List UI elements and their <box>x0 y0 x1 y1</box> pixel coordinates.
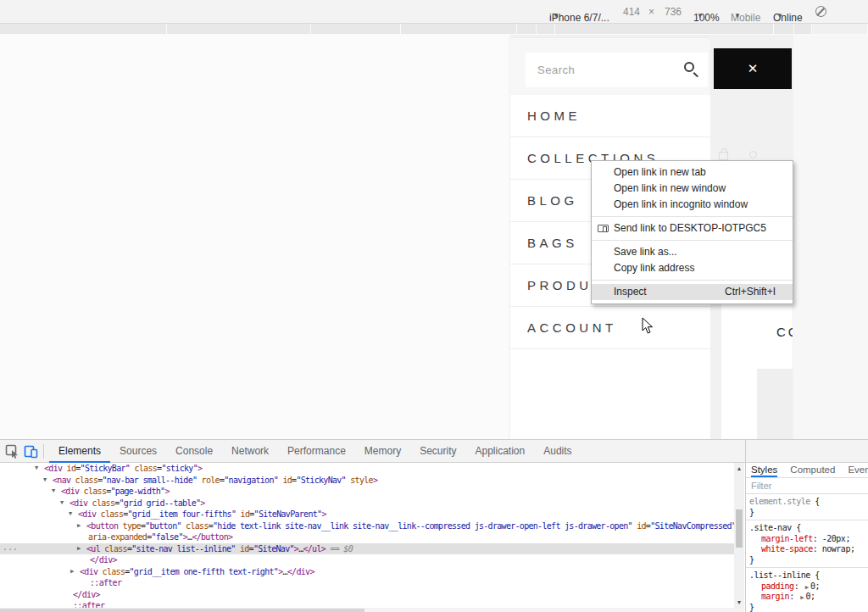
expanded-arrow-icon[interactable]: ▼ <box>35 463 38 475</box>
elements-vertical-scrollbar[interactable]: ▲ ▼ <box>734 463 744 608</box>
scroll-down-icon[interactable]: ▼ <box>734 599 744 605</box>
property-name: white-space <box>761 544 813 554</box>
scroll-up-icon[interactable]: ▲ <box>734 465 744 471</box>
dom-node[interactable]: ▼<div class="grid__item four-fifths" id=… <box>0 509 744 520</box>
nav-link-partial[interactable]: CO <box>776 325 793 339</box>
expanded-arrow-icon[interactable]: ▼ <box>69 509 72 520</box>
scrollbar-thumb[interactable] <box>0 609 364 612</box>
media-query-segment[interactable] <box>167 24 310 34</box>
tab-performance[interactable]: Performance <box>278 440 355 463</box>
dom-node[interactable]: </div> <box>0 554 744 566</box>
code-token: id <box>241 509 250 519</box>
chevron-down-icon: ▼ <box>697 12 704 19</box>
tab-network[interactable]: Network <box>222 440 278 463</box>
menu-item-inspect[interactable]: InspectCtrl+Shift+I <box>592 284 793 300</box>
viewport-width-field[interactable]: 414 <box>623 6 640 18</box>
tab-audits[interactable]: Audits <box>534 440 581 463</box>
no-throttling-icon[interactable] <box>815 6 826 17</box>
dom-node[interactable]: ::after <box>0 577 744 589</box>
media-query-segment[interactable] <box>774 24 793 34</box>
css-rules: element.style {}.site-nav {margin-left: … <box>746 494 868 612</box>
page-behind-block <box>757 369 793 439</box>
collapsed-arrow-icon[interactable]: ▶ <box>77 520 81 532</box>
styles-filter-input[interactable]: Filter <box>746 478 868 494</box>
code-token: "page-width" <box>111 487 165 496</box>
media-query-segment[interactable] <box>794 24 811 34</box>
code-token: <div <box>70 498 92 508</box>
expanded-arrow-icon[interactable]: ▼ <box>60 498 64 509</box>
device-toolbar-icon[interactable] <box>24 444 38 459</box>
nav-item-home[interactable]: HOME <box>510 95 710 137</box>
code-token: <div <box>78 509 101 519</box>
search-input[interactable]: Search <box>526 53 708 87</box>
media-query-segment[interactable] <box>311 24 400 34</box>
code-token: class <box>134 464 157 473</box>
code-token: class <box>101 509 124 519</box>
menu-separator <box>592 280 793 281</box>
tab-sources[interactable]: Sources <box>110 440 166 463</box>
dom-node[interactable]: ▶<button type="button" class="hide text-… <box>0 520 744 532</box>
dom-node[interactable]: ▼<div id="StickyBar" class="sticky"> <box>0 463 744 475</box>
menu-item-open-link-in-new-tab[interactable]: Open link in new tab <box>592 164 793 181</box>
collapsed-arrow-icon[interactable]: ▶ <box>77 543 81 555</box>
menu-item-open-link-in-incognito-window[interactable]: Open link in incognito window <box>592 197 793 213</box>
sidebar-tab-event-listeners[interactable]: Event Listeners <box>848 463 868 477</box>
sidebar-tab-styles[interactable]: Styles <box>751 463 777 477</box>
media-query-segment[interactable] <box>0 24 166 34</box>
css-rule[interactable]: .list--inline {padding: ▶0;margin: ▶0;} <box>746 568 868 612</box>
expand-property-icon[interactable]: ▶ <box>805 584 809 591</box>
collapsed-arrow-icon[interactable]: ▶ <box>70 566 74 578</box>
css-property[interactable]: padding: ▶0; <box>749 581 865 593</box>
devtools-toolbar: ElementsSourcesConsoleNetworkPerformance… <box>0 440 868 463</box>
tab-elements[interactable]: Elements <box>49 440 110 463</box>
styles-sidebar: StylesComputedEvent Listeners Filter ele… <box>745 440 868 612</box>
code-token: "StickyBar" <box>81 464 131 473</box>
sidebar-tab-computed[interactable]: Computed <box>790 463 835 477</box>
media-query-segment[interactable] <box>555 24 773 34</box>
chevron-down-icon: ▼ <box>734 12 741 19</box>
tab-application[interactable]: Application <box>466 440 535 463</box>
menu-item-open-link-in-new-window[interactable]: Open link in new window <box>592 181 793 197</box>
dom-node[interactable]: </div> <box>0 589 744 601</box>
dom-node-selected[interactable]: ...▶<ul class="site-nav list--inline" id… <box>0 543 744 555</box>
more-actions-icon[interactable]: ... <box>3 542 18 554</box>
code-token: ::after <box>90 578 121 587</box>
code-token: <nav <box>53 476 75 485</box>
tab-security[interactable]: Security <box>410 440 465 463</box>
tab-memory[interactable]: Memory <box>355 440 410 463</box>
menu-item-copy-link-address[interactable]: Copy link address <box>592 260 793 276</box>
code-token: class <box>75 476 98 485</box>
viewport-height-field[interactable]: 736 <box>665 6 682 18</box>
media-query-segment[interactable] <box>537 24 554 34</box>
css-property[interactable]: margin-left: -20px; <box>749 534 865 545</box>
code-token: class <box>103 567 125 576</box>
expanded-arrow-icon[interactable]: ▼ <box>52 486 55 498</box>
elements-horizontal-scrollbar[interactable] <box>0 608 744 612</box>
media-query-bar[interactable] <box>0 24 868 35</box>
dom-node[interactable]: aria-expanded="false">…</button> <box>0 531 744 543</box>
tab-console[interactable]: Console <box>166 440 222 463</box>
media-query-segment[interactable] <box>812 24 867 34</box>
media-query-segment[interactable] <box>401 24 516 34</box>
css-property[interactable]: white-space: nowrap; <box>749 544 865 555</box>
scrollbar-thumb[interactable] <box>736 509 743 548</box>
dom-node[interactable]: ▼<div class="grid grid--table"> <box>0 498 744 509</box>
devtools-panel: ElementsSourcesConsoleNetworkPerformance… <box>0 439 868 612</box>
drawer-close-button[interactable]: ✕ <box>714 48 792 89</box>
search-icon[interactable] <box>684 62 694 72</box>
code-token: id <box>240 544 249 554</box>
inspect-element-icon[interactable] <box>5 444 19 459</box>
media-query-segment[interactable] <box>517 24 536 34</box>
menu-item-send-link-to-desktop-iotpgc5[interactable]: Send link to DESKTOP-IOTPGC5 <box>592 220 793 236</box>
dom-node[interactable]: ▼<div class="page-width"> <box>0 486 744 498</box>
css-property[interactable]: margin: ▶0; <box>749 592 865 603</box>
expand-property-icon[interactable]: ▶ <box>800 594 804 601</box>
dom-node[interactable]: ▼<nav class="nav-bar small--hide" role="… <box>0 475 744 487</box>
menu-item-save-link-as[interactable]: Save link as... <box>592 244 793 260</box>
css-rule[interactable]: element.style {} <box>746 494 868 520</box>
dom-node[interactable]: ::after <box>0 600 744 608</box>
dom-node[interactable]: ▶<div class="grid__item one-fifth text-r… <box>0 566 744 578</box>
css-rule[interactable]: .site-nav {margin-left: -20px;white-spac… <box>746 520 868 568</box>
nav-item-account[interactable]: ACCOUNT <box>510 307 710 349</box>
expanded-arrow-icon[interactable]: ▼ <box>43 475 47 487</box>
